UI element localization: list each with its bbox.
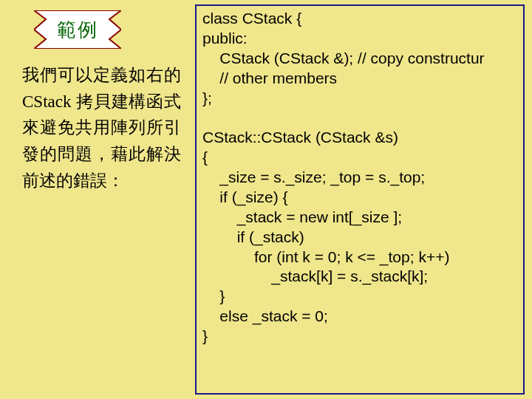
example-banner: 範例 (34, 10, 121, 49)
banner-label: 範例 (34, 10, 121, 49)
description-text: 我們可以定義如右的 CStack 拷貝建構函式來避免共用陣列所引發的問題，藉此解… (22, 62, 181, 194)
code-block: class CStack { public: CStack (CStack &)… (195, 4, 525, 395)
